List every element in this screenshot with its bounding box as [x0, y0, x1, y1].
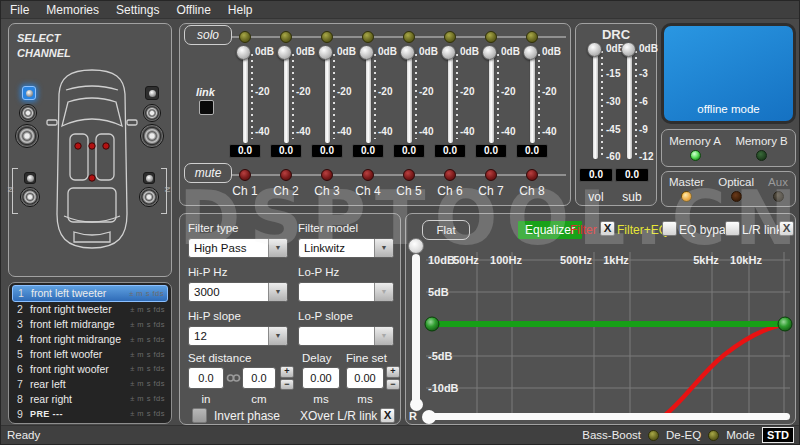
- mute-led-ch1[interactable]: [239, 169, 251, 181]
- invert-phase-checkbox[interactable]: [192, 408, 207, 423]
- vol-fader-handle[interactable]: [587, 42, 602, 57]
- eq-vertical-scroll-knob[interactable]: [408, 238, 424, 254]
- flat-button[interactable]: Flat: [422, 220, 470, 240]
- increment-button[interactable]: +: [386, 366, 400, 378]
- fader-handle-ch5[interactable]: [400, 45, 415, 60]
- eq-reset-button[interactable]: R: [409, 410, 417, 422]
- channel-label-ch8: Ch 8: [512, 184, 552, 198]
- speaker-rear-right-woofer[interactable]: [139, 187, 159, 207]
- distance-cm-input[interactable]: 0.0: [242, 367, 276, 389]
- speaker-rear-right-tweeter[interactable]: [143, 172, 155, 184]
- distance-in-input[interactable]: 0.0: [188, 367, 224, 389]
- mute-led-ch8[interactable]: [526, 169, 538, 181]
- fader-handle-ch7[interactable]: [482, 45, 497, 60]
- channel-row-4[interactable]: 4front right midrange± m s fds: [12, 332, 168, 347]
- chevron-down-icon[interactable]: ▼: [268, 239, 287, 257]
- mute-led-ch3[interactable]: [321, 169, 333, 181]
- speaker-front-left-woofer[interactable]: [15, 124, 39, 148]
- mute-led-ch7[interactable]: [485, 169, 497, 181]
- speaker-rear-left-tweeter[interactable]: [24, 172, 36, 184]
- eq-lr-link-checkbox[interactable]: X: [779, 221, 794, 236]
- fader-ch8: 0dB -20 -40 0.0 Ch 8: [518, 24, 562, 207]
- speaker-rear-left-woofer[interactable]: [20, 187, 40, 207]
- decrement-button[interactable]: −: [386, 379, 400, 391]
- menu-file[interactable]: File: [10, 3, 29, 17]
- speaker-front-right-midrange[interactable]: [143, 104, 161, 122]
- link-checkbox[interactable]: [199, 100, 214, 115]
- solo-led-ch7[interactable]: [485, 31, 497, 43]
- sub-fader-handle[interactable]: [621, 42, 636, 57]
- channel-row-3[interactable]: 3front left midrange± m s fds: [12, 317, 168, 332]
- channel-row-9[interactable]: 9PRE ---± m s fds: [12, 406, 168, 421]
- filter-eq-checkbox[interactable]: [662, 221, 677, 236]
- fader-handle-ch4[interactable]: [359, 45, 374, 60]
- hp-hz-input[interactable]: 3000 ▼: [188, 282, 288, 302]
- chevron-down-icon[interactable]: ▼: [268, 327, 287, 345]
- hp-slope-select[interactable]: 12 ▼: [188, 326, 288, 346]
- filter-model-select[interactable]: Linkwitz ▼: [298, 238, 394, 258]
- eq-curve-right-handle[interactable]: [778, 317, 792, 331]
- menu-offline[interactable]: Offline: [176, 3, 210, 17]
- channel-row-5[interactable]: 5front left woofer± m s fds: [12, 347, 168, 362]
- source-optical-button[interactable]: Optical: [718, 176, 754, 202]
- xover-link-checkbox[interactable]: X: [380, 408, 395, 423]
- chevron-down-icon[interactable]: ▼: [374, 239, 393, 257]
- eq-curve-left-handle[interactable]: [425, 317, 439, 331]
- menu-memories[interactable]: Memories: [46, 3, 99, 17]
- mute-led-ch5[interactable]: [403, 169, 415, 181]
- eq-horizontal-scrollbar[interactable]: [428, 413, 790, 420]
- memory-b-button[interactable]: Memory B: [735, 135, 787, 161]
- fader-track: [243, 50, 248, 143]
- solo-led-ch5[interactable]: [403, 31, 415, 43]
- fader-track: [407, 50, 412, 143]
- channel-row-8[interactable]: 8rear right± m s fds: [12, 391, 168, 406]
- fine-set-input[interactable]: 0.00: [346, 367, 384, 389]
- mute-button[interactable]: mute: [184, 163, 232, 183]
- source-aux-button[interactable]: Aux: [768, 176, 788, 202]
- fader-ticks: [456, 54, 458, 139]
- solo-led-ch8[interactable]: [526, 31, 538, 43]
- menu-settings[interactable]: Settings: [116, 3, 159, 17]
- mode-value[interactable]: STD: [762, 427, 794, 443]
- mute-led-ch2[interactable]: [280, 169, 292, 181]
- solo-led-ch1[interactable]: [239, 31, 251, 43]
- solo-led-ch6[interactable]: [444, 31, 456, 43]
- source-master-button[interactable]: Master: [669, 176, 704, 202]
- increment-button[interactable]: +: [280, 366, 294, 378]
- fader-handle-ch2[interactable]: [277, 45, 292, 60]
- delay-input[interactable]: 0.00: [302, 367, 340, 389]
- fader-handle-ch6[interactable]: [441, 45, 456, 60]
- fader-handle-ch1[interactable]: [236, 45, 251, 60]
- bass-boost-led[interactable]: [648, 430, 659, 441]
- speaker-front-left-tweeter[interactable]: [22, 86, 36, 100]
- filter-type-select[interactable]: High Pass ▼: [188, 238, 288, 258]
- eq-horizontal-scroll-knob[interactable]: [422, 410, 436, 424]
- channel-row-1[interactable]: 1front left tweeter± m s fds: [12, 285, 168, 302]
- solo-led-ch3[interactable]: [321, 31, 333, 43]
- channel-row-7[interactable]: 7rear left± m s fds: [12, 376, 168, 391]
- decrement-button[interactable]: −: [280, 379, 294, 391]
- solo-led-ch4[interactable]: [362, 31, 374, 43]
- car-dot-middle: [89, 175, 95, 181]
- speaker-front-right-tweeter[interactable]: [145, 86, 159, 100]
- speaker-front-left-midrange[interactable]: [19, 104, 37, 122]
- fader-ticks: [251, 54, 253, 139]
- solo-button[interactable]: solo: [184, 25, 232, 45]
- solo-led-ch2[interactable]: [280, 31, 292, 43]
- menu-help[interactable]: Help: [228, 3, 253, 17]
- chevron-down-icon[interactable]: ▼: [268, 283, 287, 301]
- channel-row-2[interactable]: 2front right tweeter± m s fds: [12, 302, 168, 317]
- filter-mode-checkbox[interactable]: X: [600, 221, 615, 236]
- eq-bypass-checkbox[interactable]: [725, 221, 740, 236]
- mute-led-ch4[interactable]: [362, 169, 374, 181]
- memory-a-button[interactable]: Memory A: [669, 135, 721, 161]
- eq-vertical-scrollbar[interactable]: [412, 254, 420, 404]
- de-eq-led[interactable]: [708, 430, 719, 441]
- fader-handle-ch8[interactable]: [523, 45, 538, 60]
- filter-eq-mode-tab[interactable]: Filter+EQ: [617, 223, 668, 237]
- mute-led-ch6[interactable]: [444, 169, 456, 181]
- channel-row-6[interactable]: 6front right woofer± m s fds: [12, 361, 168, 376]
- fader-handle-ch3[interactable]: [318, 45, 333, 60]
- filter-mode-tab[interactable]: Filter: [570, 223, 597, 237]
- speaker-front-right-woofer[interactable]: [140, 124, 164, 148]
